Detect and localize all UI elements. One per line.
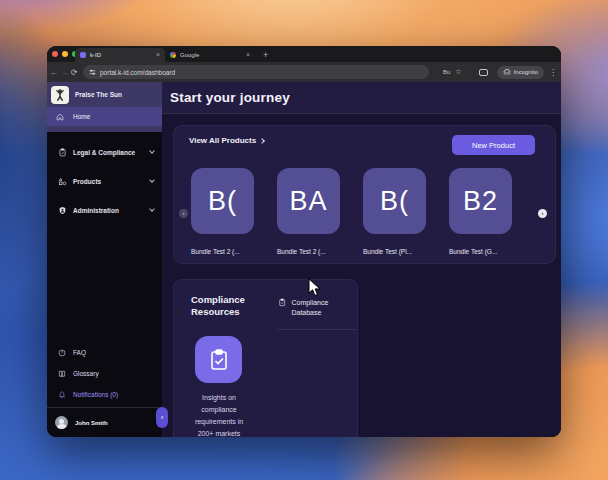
compliance-title: Compliance Resources: [191, 294, 267, 318]
product-tiles: B( BA B( B2: [191, 168, 512, 234]
avatar: [55, 416, 68, 429]
tune-icon[interactable]: [89, 69, 96, 76]
new-tab-button[interactable]: +: [263, 50, 268, 60]
sidebar-item-notifications[interactable]: Notifications (0): [47, 384, 162, 405]
tab-kid[interactable]: k-ID ×: [75, 48, 165, 62]
chevron-down-icon: [149, 148, 155, 154]
product-label: Bundle Test (G...: [449, 248, 512, 255]
brand-name: Praise The Sun: [75, 91, 122, 98]
close-tab-icon[interactable]: ×: [246, 52, 250, 58]
sidebar-item-label: Legal & Compliance: [73, 149, 150, 156]
book-icon: [58, 370, 66, 378]
products-card: View All Products New Product B( BA B( B…: [173, 125, 556, 264]
product-label: Bundle Test 2 (...: [277, 248, 340, 255]
sidebar-item-administration[interactable]: Administration: [47, 200, 162, 220]
sidebar-header: Praise The Sun Home: [47, 82, 162, 132]
minimize-window-button[interactable]: [62, 51, 68, 57]
sidebar-item-label: Notifications (0): [73, 391, 118, 398]
mouse-cursor: [308, 278, 321, 297]
clipboard-icon: [58, 148, 67, 157]
bell-icon: [58, 391, 66, 399]
sidebar-item-label: FAQ: [73, 349, 86, 356]
product-initials: B2: [463, 186, 498, 217]
carousel-left-button[interactable]: ‹: [179, 209, 188, 218]
incognito-badge: Incognito: [497, 66, 544, 79]
sidebar-item-faq[interactable]: ? FAQ: [47, 342, 162, 363]
app-content: Praise The Sun Home Legal & Compliance: [47, 82, 561, 437]
google-favicon-icon: [170, 52, 176, 58]
back-icon[interactable]: ←: [49, 68, 59, 77]
question-icon: ?: [58, 349, 66, 357]
main-content: Start your journey View All Products New…: [162, 82, 561, 437]
url-text: portal.k-id.com/dashboard: [100, 69, 175, 76]
user-name: John Smith: [75, 420, 108, 426]
extension-badge[interactable]: Bu: [443, 69, 450, 75]
product-initials: BA: [289, 186, 327, 217]
svg-text:?: ?: [61, 351, 63, 355]
product-initials: B(: [380, 186, 409, 217]
page-header: Start your journey: [162, 82, 561, 114]
tab-search-icon[interactable]: [479, 69, 488, 76]
sidebar-footer: ? FAQ Glossary Notifications (0) Joh: [47, 342, 162, 437]
page-title: Start your journey: [170, 90, 290, 105]
clipboard-check-icon: [207, 348, 231, 372]
toolbar-right: Bu ☆ Incognito ⋮: [443, 62, 557, 82]
product-labels: Bundle Test 2 (... Bundle Test 2 (... Bu…: [191, 248, 512, 255]
tab-title: Google: [180, 52, 246, 58]
sidebar-item-products[interactable]: Products: [47, 171, 162, 191]
kid-favicon-icon: [80, 52, 86, 58]
shapes-icon: [58, 177, 67, 186]
product-label: Bundle Test 2 (...: [191, 248, 254, 255]
product-tile[interactable]: BA: [277, 168, 340, 234]
address-bar[interactable]: portal.k-id.com/dashboard: [83, 65, 429, 79]
home-icon: [56, 113, 64, 121]
view-all-label: View All Products: [189, 136, 256, 145]
sidebar-item-label: Administration: [73, 207, 150, 214]
chevron-down-icon: [149, 177, 155, 183]
menu-dots-icon[interactable]: ⋮: [549, 68, 557, 77]
product-tile[interactable]: B(: [191, 168, 254, 234]
tab-compliance-database[interactable]: Compliance Database: [278, 298, 356, 330]
compliance-card: Compliance Resources Compliance Database…: [173, 279, 358, 437]
user-profile[interactable]: John Smith: [47, 408, 162, 437]
tab-title: k-ID: [90, 52, 156, 58]
clipboard-check-icon: [278, 298, 286, 307]
reload-icon[interactable]: ⟳: [69, 68, 79, 77]
browser-window: k-ID × Google × + ← → ⟳ portal.k-id.com/…: [47, 46, 561, 437]
chevron-right-icon: [259, 138, 265, 144]
incognito-icon: [503, 69, 511, 75]
incognito-label: Incognito: [514, 69, 538, 75]
compliance-description: Insights on compliance requirements in 2…: [190, 392, 248, 437]
product-tile[interactable]: B2: [449, 168, 512, 234]
compliance-database-tile[interactable]: [195, 336, 242, 383]
tab-label: Compliance Database: [291, 298, 356, 318]
carousel-right-button[interactable]: ›: [538, 209, 547, 218]
forward-icon[interactable]: →: [59, 68, 69, 77]
shield-icon: [58, 206, 67, 215]
close-window-button[interactable]: [52, 51, 58, 57]
chevron-down-icon: [149, 206, 155, 212]
sidebar-collapse-button[interactable]: ‹: [156, 407, 168, 428]
sidebar-nav: Legal & Compliance Products Administrati…: [47, 142, 162, 220]
new-product-button[interactable]: New Product: [452, 135, 535, 155]
brand-row: Praise The Sun: [47, 82, 162, 107]
sidebar-item-glossary[interactable]: Glossary: [47, 363, 162, 384]
sidebar-item-label: Products: [73, 178, 150, 185]
sidebar-item-label: Glossary: [73, 370, 99, 377]
product-tile[interactable]: B(: [363, 168, 426, 234]
tab-bar: k-ID × Google × +: [47, 46, 561, 62]
close-tab-icon[interactable]: ×: [156, 52, 160, 58]
view-all-products-link[interactable]: View All Products: [189, 136, 264, 145]
product-label: Bundle Test (Pl...: [363, 248, 426, 255]
sidebar-item-home[interactable]: Home: [47, 107, 162, 126]
product-initials: B(: [208, 186, 237, 217]
bookmark-star-icon[interactable]: ☆: [455, 68, 461, 76]
brand-logo: [51, 86, 69, 104]
desktop: k-ID × Google × + ← → ⟳ portal.k-id.com/…: [0, 0, 608, 480]
tab-google[interactable]: Google ×: [165, 48, 255, 62]
sidebar: Praise The Sun Home Legal & Compliance: [47, 82, 162, 437]
sidebar-item-label: Home: [73, 113, 90, 120]
sidebar-item-legal-compliance[interactable]: Legal & Compliance: [47, 142, 162, 162]
